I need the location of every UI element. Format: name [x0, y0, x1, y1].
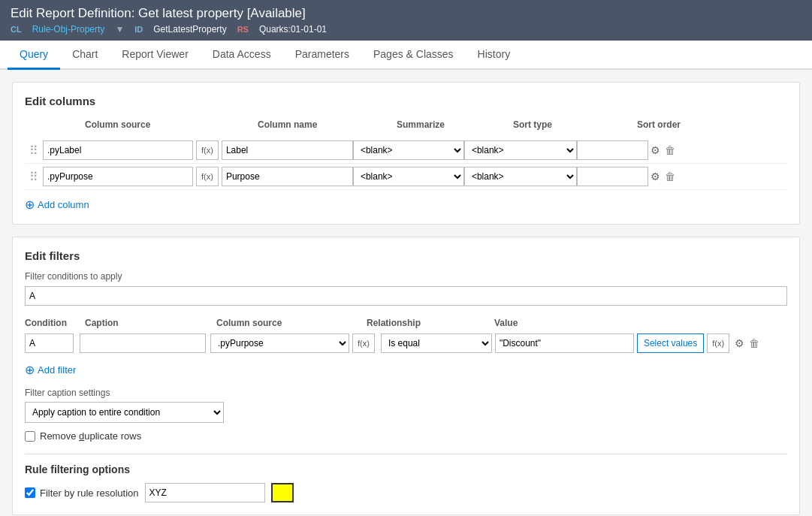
remove-duplicate-checkbox[interactable]	[25, 431, 35, 442]
page-title: Edit Report Definition: Get latest prope…	[11, 6, 801, 21]
filter-colsource-header: Column source	[216, 318, 367, 328]
filter-by-resolution-checkbox[interactable]	[25, 487, 35, 498]
filter-relationship-header: Relationship	[367, 318, 494, 328]
tab-history[interactable]: History	[466, 41, 523, 70]
resolution-highlight	[271, 483, 294, 502]
trash-icon: 🗑	[665, 170, 675, 183]
header-meta: CL Rule-Obj-Property ▼ ID GetLatestPrope…	[11, 24, 801, 35]
filter-value-header: Value	[494, 318, 518, 328]
sort-order-input-2[interactable]	[577, 167, 648, 186]
trash-icon: 🗑	[665, 144, 675, 156]
tab-data-access[interactable]: Data Access	[201, 41, 283, 70]
gear-icon: ⚙	[651, 170, 660, 183]
plus-icon: ⊕	[25, 198, 35, 212]
column-source-input-2[interactable]	[43, 167, 193, 186]
edit-columns-section: Edit columns Column source Column name S…	[12, 82, 800, 225]
add-column-label: Add column	[38, 199, 89, 210]
sort-order-input-1[interactable]	[577, 140, 648, 160]
filter-table-header: Condition Caption Column source Relation…	[25, 313, 787, 331]
col-summarize-header: Summarize	[397, 119, 513, 130]
select-values-button[interactable]: Select values	[637, 333, 704, 353]
remove-duplicate-rows-row: Remove duplicate rows	[25, 430, 787, 442]
filter-delete-button[interactable]: 🗑	[747, 337, 762, 349]
rs-label: RS	[237, 25, 249, 34]
add-filter-label: Add filter	[38, 364, 76, 376]
filter-caption-settings-label: Filter caption settings	[25, 388, 787, 398]
filter-relationship-select[interactable]: Is equal Is not equal Contains	[381, 333, 492, 353]
fx-button-1[interactable]: f(x)	[196, 140, 219, 160]
col-sort-type-header: Sort type	[513, 119, 637, 130]
tab-query[interactable]: Query	[8, 41, 60, 70]
filter-expression-input[interactable]	[25, 286, 787, 306]
tab-report-viewer[interactable]: Report Viewer	[110, 41, 200, 70]
column-delete-button-1[interactable]: 🗑	[663, 144, 678, 156]
filter-by-resolution-text: Filter by rule resolution	[40, 487, 139, 499]
filter-fx-button[interactable]: f(x)	[352, 333, 375, 353]
fx-button-2[interactable]: f(x)	[196, 167, 219, 186]
filter-value-input[interactable]	[495, 333, 634, 353]
table-row: ⠿ f(x) <blank> <blank> ⚙ 🗑	[25, 137, 787, 164]
column-source-input-1[interactable]	[43, 140, 193, 160]
filter-caption-settings: Filter caption settings Apply caption to…	[25, 388, 787, 423]
filter-colsource-select[interactable]: .pyPurpose	[210, 333, 349, 353]
drag-handle-icon[interactable]: ⠿	[25, 143, 43, 158]
id-label: ID	[134, 25, 143, 34]
filter-settings-button[interactable]: ⚙	[732, 337, 747, 349]
edit-filters-title: Edit filters	[25, 249, 787, 262]
id-value: GetLatestProperty	[153, 24, 226, 35]
column-delete-button-2[interactable]: 🗑	[663, 170, 678, 183]
filter-by-resolution-label: Filter by rule resolution	[25, 487, 139, 499]
column-settings-button-2[interactable]: ⚙	[648, 170, 663, 183]
main-content: Edit columns Column source Column name S…	[0, 70, 812, 516]
trash-icon: 🗑	[749, 337, 759, 349]
page-header: Edit Report Definition: Get latest prope…	[0, 0, 812, 41]
col-sort-order-header: Sort order	[637, 119, 727, 130]
filter-caption-header: Caption	[85, 318, 216, 328]
col-name-header: Column name	[258, 119, 397, 130]
rule-filter-title: Rule filtering options	[25, 463, 787, 475]
sort-type-select-2[interactable]: <blank>	[464, 167, 577, 186]
column-name-input-1[interactable]	[222, 140, 353, 160]
drag-handle-icon[interactable]: ⠿	[25, 170, 43, 184]
filter-value-fx-button[interactable]: f(x)	[707, 333, 729, 353]
plus-icon: ⊕	[25, 363, 35, 377]
section-divider	[25, 454, 787, 454]
summarize-select-1[interactable]: <blank>	[353, 140, 464, 160]
gear-icon: ⚙	[735, 337, 744, 349]
filter-conditions-label: Filter conditions to apply	[25, 271, 787, 282]
filter-row: .pyPurpose f(x) Is equal Is not equal Co…	[25, 331, 787, 355]
add-filter-link[interactable]: ⊕ Add filter	[25, 363, 787, 377]
caption-apply-select[interactable]: Apply caption to entire condition Apply …	[25, 402, 224, 423]
edit-filters-section: Edit filters Filter conditions to apply …	[12, 237, 800, 515]
filter-condition-header: Condition	[25, 318, 85, 328]
column-settings-button-1[interactable]: ⚙	[648, 144, 663, 156]
rs-value: Quarks:01-01-01	[259, 24, 327, 35]
rule-filtering-section: Rule filtering options Filter by rule re…	[25, 454, 787, 502]
column-name-input-2[interactable]	[222, 167, 353, 186]
resolution-value-input[interactable]	[145, 483, 265, 502]
sort-type-select-1[interactable]: <blank>	[464, 140, 577, 160]
tab-chart[interactable]: Chart	[60, 41, 110, 70]
edit-columns-title: Edit columns	[25, 95, 787, 107]
rule-filter-row: Filter by rule resolution	[25, 483, 787, 502]
columns-header: Column source Column name Summarize Sort…	[25, 116, 787, 133]
filter-condition-input[interactable]	[25, 333, 74, 353]
remove-duplicate-label: Remove duplicate rows	[40, 430, 141, 442]
gear-icon: ⚙	[651, 144, 660, 156]
col-source-header: Column source	[55, 119, 258, 130]
tab-parameters[interactable]: Parameters	[283, 41, 361, 70]
tab-pages-classes[interactable]: Pages & Classes	[361, 41, 466, 70]
cl-value: Rule-Obj-Property	[32, 24, 105, 35]
filter-caption-input[interactable]	[80, 333, 206, 353]
summarize-select-2[interactable]: <blank>	[353, 167, 464, 186]
cl-label: CL	[11, 25, 22, 34]
nav-tabs: Query Chart Report Viewer Data Access Pa…	[0, 41, 812, 70]
add-column-link[interactable]: ⊕ Add column	[25, 198, 787, 212]
table-row: ⠿ f(x) <blank> <blank> ⚙ 🗑	[25, 164, 787, 190]
cl-dropdown-arrow[interactable]: ▼	[115, 24, 124, 35]
